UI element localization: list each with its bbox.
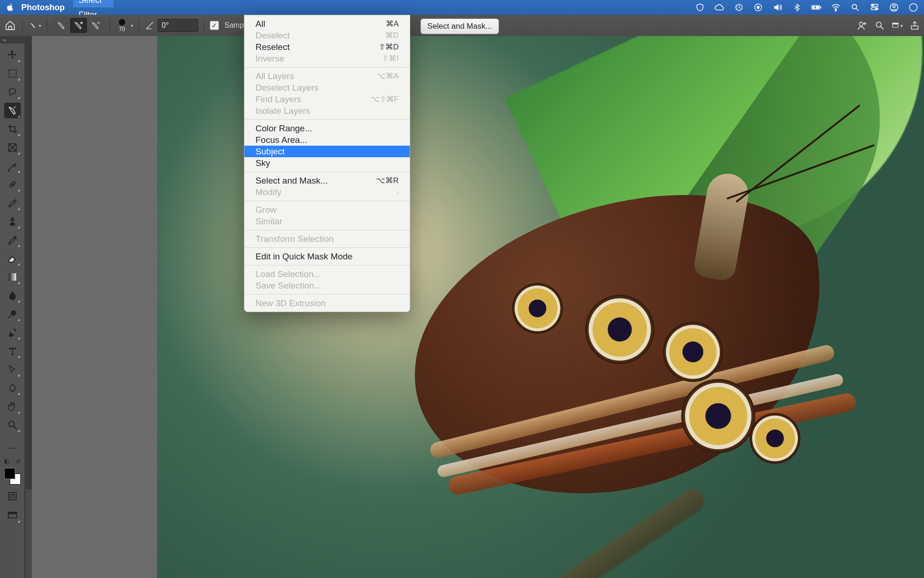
svg-point-25 [11,311,16,315]
subtract-from-selection-button[interactable] [88,18,103,32]
menuitem-all-layers: All Layers⌥⌘A [244,70,410,82]
svg-rect-20 [9,70,16,77]
menuitem-all[interactable]: All⌘A [244,18,410,30]
home-button[interactable] [4,19,17,32]
tool-zoom[interactable] [4,417,21,433]
svg-rect-30 [8,512,17,514]
workspace-switcher[interactable]: ▾ [892,20,903,31]
tool-clone[interactable] [4,214,21,229]
svg-rect-27 [9,492,16,500]
tool-preset-picker[interactable]: ▾ [28,19,41,32]
menuitem-select-and-mask[interactable]: Select and Mask...⌥⌘R [244,175,410,186]
select-and-mask-button[interactable]: Select and Mask... [420,18,499,34]
new-selection-button[interactable] [54,18,69,32]
tool-pen[interactable] [4,325,21,340]
menuitem-find-layers: Find Layers⌥⇧⌘F [244,93,410,105]
brush-angle-icon [145,20,155,31]
image-content [372,145,867,537]
svg-point-23 [15,238,16,239]
user-menu-icon[interactable] [889,2,899,12]
quick-mask-button[interactable] [4,488,21,504]
tools-panel: …◧⇄ [0,43,25,578]
menuitem-deselect-layers: Deselect Layers [244,82,410,93]
menuitem-sky[interactable]: Sky [244,157,410,169]
tool-brush[interactable] [4,195,21,211]
search-icon[interactable] [874,20,885,31]
sample-all-layers-checkbox[interactable]: ✓ [210,21,219,30]
menuitem-grow: Grow [244,204,410,215]
menuitem-modify: Modify› [244,186,410,198]
wifi-icon[interactable] [831,2,841,12]
control-center-icon[interactable] [869,2,880,12]
svg-point-2 [757,6,760,9]
export-share-icon[interactable] [909,20,920,31]
siri-icon[interactable] [908,2,918,12]
svg-rect-4 [820,6,821,8]
menuitem-load-selection: Load Selection... [244,268,410,280]
svg-rect-18 [893,23,898,25]
tool-type[interactable] [4,343,21,359]
tool-move[interactable] [4,47,21,63]
brush-preset-picker[interactable]: 70 [119,19,125,32]
screen-mode-button[interactable] [4,508,21,523]
macos-menubar: Photoshop FileEditImageLayerTypeSelectFi… [0,0,924,15]
menuitem-transform-selection: Transform Selection [244,233,410,245]
edit-toolbar-button[interactable]: … [4,438,21,454]
tool-marquee[interactable] [4,66,21,81]
record-icon[interactable] [753,2,763,12]
swap-colors-icon[interactable]: ⇄ [16,458,21,464]
menuitem-subject[interactable]: Subject [244,146,410,157]
shield-icon[interactable] [695,2,705,12]
volume-icon[interactable] [772,2,783,12]
share-add-icon[interactable] [857,20,868,31]
tool-blur[interactable] [4,288,21,303]
svg-point-16 [876,22,881,27]
app-name[interactable]: Photoshop [21,3,65,12]
add-to-selection-button[interactable] [70,18,87,33]
tool-crop[interactable] [4,121,21,137]
spotlight-icon[interactable] [850,2,860,12]
tool-quick-selection[interactable] [4,103,21,118]
tool-hand[interactable] [4,399,21,414]
tool-healing[interactable] [4,177,21,192]
menu-select[interactable]: Select [73,0,114,7]
tool-dodge[interactable] [4,306,21,322]
swap-colors-row: ◧⇄ [3,458,22,464]
selection-mode-group [53,17,104,34]
tool-path-selection[interactable] [4,362,21,377]
apple-menu-icon[interactable] [6,3,15,12]
battery-icon[interactable] [811,2,821,12]
menuitem-edit-in-quick-mask-mode[interactable]: Edit in Quick Mask Mode [244,251,410,262]
tool-shape[interactable] [4,380,21,396]
svg-point-26 [9,421,14,427]
svg-point-13 [893,5,895,7]
svg-point-10 [872,5,874,6]
menuitem-new-3d-extrusion: New 3D Extrusion [244,297,410,309]
svg-point-14 [910,4,918,12]
menuitem-save-selection: Save Selection... [244,280,410,291]
bluetooth-icon[interactable] [792,2,802,12]
tool-gradient[interactable] [4,269,21,285]
collapsed-tab-strip[interactable]: ›› [0,36,27,44]
menuitem-similar: Similar [244,215,410,227]
brush-angle-input[interactable]: 0° [158,19,198,32]
svg-point-11 [875,8,877,10]
collapsed-panels-strip[interactable] [24,36,32,489]
tool-history-brush[interactable] [4,232,21,248]
menuitem-inverse: Inverse⇧⌘I [244,53,410,64]
menuitem-focus-area[interactable]: Focus Area... [244,134,410,146]
cloud-icon[interactable] [714,2,724,12]
tool-eyedropper[interactable] [4,158,21,174]
tool-lasso[interactable] [4,84,21,100]
svg-point-7 [852,4,857,9]
svg-point-28 [11,494,14,498]
default-colors-icon[interactable]: ◧ [4,458,9,464]
svg-point-15 [859,22,863,26]
tool-frame[interactable] [4,140,21,155]
menuitem-color-range[interactable]: Color Range... [244,123,410,134]
menuitem-reselect[interactable]: Reselect⇧⌘D [244,41,410,53]
color-swatches[interactable] [4,468,21,485]
svg-point-6 [835,10,837,11]
tool-eraser[interactable] [4,251,21,266]
history-icon[interactable] [734,2,744,12]
